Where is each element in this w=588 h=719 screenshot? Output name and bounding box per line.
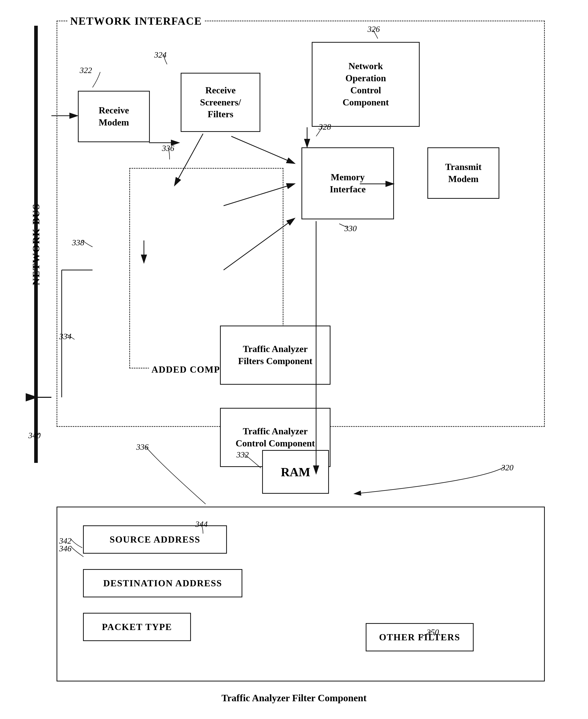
ram-box: RAM bbox=[262, 450, 329, 494]
ref-332: 332 bbox=[236, 450, 249, 459]
filter-outer-box: SOURCE ADDRESS DESTINATION ADDRESS PACKE… bbox=[57, 507, 545, 681]
ref-346: 346 bbox=[59, 544, 71, 553]
network-interface-label: NETWORK INTERFACE bbox=[68, 15, 205, 27]
other-filters-box: OTHER FILTERS bbox=[366, 623, 474, 651]
nocc-box: Network Operation Control Component bbox=[312, 42, 420, 127]
memory-interface-label: Memory Interface bbox=[330, 171, 366, 196]
ram-label: RAM bbox=[281, 465, 311, 479]
ref-336a: 336 bbox=[162, 143, 174, 153]
receive-screeners-label: Receive Screeners/ Filters bbox=[200, 84, 241, 120]
ref-328: 328 bbox=[319, 122, 331, 132]
ref-322: 322 bbox=[80, 66, 92, 75]
ref-320: 320 bbox=[501, 463, 513, 472]
packet-type-box: PACKET TYPE bbox=[83, 613, 191, 641]
packet-type-label: PACKET TYPE bbox=[102, 621, 172, 632]
receive-modem-box: Receive Modem bbox=[78, 91, 150, 142]
ta-filters-box: Traffic Analyzer Filters Component bbox=[220, 326, 331, 385]
memory-interface-box: Memory Interface bbox=[301, 147, 394, 219]
page: NETWORK BUS NETWORK INTERFACE Receive Mo… bbox=[0, 0, 588, 719]
source-address-box: SOURCE ADDRESS bbox=[83, 526, 227, 554]
ref-344: 344 bbox=[195, 519, 208, 529]
ref-350: 350 bbox=[427, 628, 439, 637]
receive-modem-label: Receive Modem bbox=[99, 104, 129, 128]
caption: Traffic Analyzer Filter Component bbox=[222, 692, 367, 703]
added-components-box: ADDED COMPONENTS Traffic Analyzer Filter… bbox=[129, 168, 284, 369]
ref-334: 334 bbox=[59, 332, 71, 341]
other-filters-label: OTHER FILTERS bbox=[379, 632, 460, 643]
ref-336b: 336 bbox=[136, 442, 149, 452]
network-bus: NETWORK BUS bbox=[21, 26, 51, 463]
receive-screeners-box: Receive Screeners/ Filters bbox=[181, 73, 260, 132]
destination-address-label: DESTINATION ADDRESS bbox=[103, 578, 222, 589]
ref-340: 340 bbox=[28, 431, 41, 440]
ref-338: 338 bbox=[72, 238, 84, 247]
ref-324: 324 bbox=[154, 50, 167, 60]
network-interface-box: NETWORK INTERFACE Receive Modem Receive … bbox=[57, 21, 545, 427]
nocc-label: Network Operation Control Component bbox=[342, 60, 389, 108]
destination-address-box: DESTINATION ADDRESS bbox=[83, 569, 242, 597]
ref-330: 330 bbox=[344, 224, 357, 233]
ta-filters-label: Traffic Analyzer Filters Component bbox=[238, 343, 313, 367]
ref-326: 326 bbox=[368, 24, 380, 34]
transmit-modem-label: Transmit Modem bbox=[445, 161, 481, 185]
transmit-modem-box: Transmit Modem bbox=[427, 147, 499, 199]
network-bus-label: NETWORK BUS bbox=[30, 203, 42, 285]
ta-control-label: Traffic Analyzer Control Component bbox=[236, 425, 315, 450]
source-address-label: SOURCE ADDRESS bbox=[109, 534, 200, 545]
